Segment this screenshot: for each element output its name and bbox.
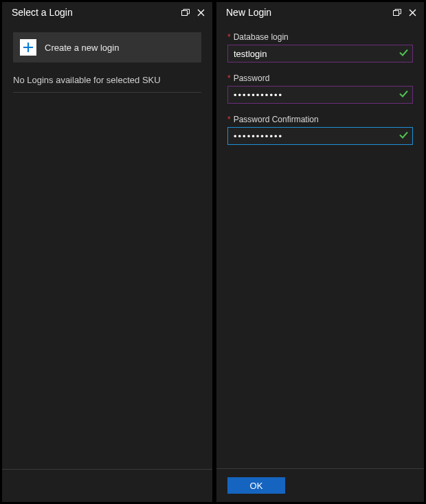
password-confirm-group: * Password Confirmation [227, 115, 413, 145]
ok-button[interactable]: OK [227, 477, 285, 494]
select-login-content: Create a new login No Logins available f… [2, 23, 212, 469]
password-confirm-input-wrap [227, 127, 413, 145]
create-new-login-label: Create a new login [45, 43, 119, 53]
check-icon [399, 49, 408, 59]
new-login-form: * Database login * Password [216, 23, 424, 468]
new-login-panel: New Login * Database login [216, 1, 425, 503]
new-login-titlebar: New Login [216, 2, 424, 23]
check-icon [399, 131, 408, 141]
required-marker: * [227, 32, 231, 42]
close-icon[interactable] [193, 5, 208, 20]
required-marker: * [227, 73, 231, 83]
password-input[interactable] [228, 87, 412, 103]
select-login-panel: Select a Login Create a new login No Log… [1, 1, 213, 503]
password-label: * Password [227, 73, 413, 83]
no-logins-message: No Logins available for selected SKU [13, 75, 201, 93]
close-icon[interactable] [405, 5, 420, 20]
plus-icon [20, 39, 36, 56]
create-new-login-button[interactable]: Create a new login [13, 32, 201, 62]
new-login-title: New Login [226, 7, 390, 18]
password-confirm-label: * Password Confirmation [227, 115, 413, 124]
check-icon [399, 90, 408, 100]
select-login-footer [2, 469, 212, 502]
select-login-titlebar: Select a Login [2, 2, 212, 23]
database-login-input[interactable] [228, 45, 412, 62]
database-login-input-wrap [227, 45, 413, 62]
password-group: * Password [227, 73, 413, 104]
svg-rect-1 [394, 11, 399, 16]
select-login-title: Select a Login [12, 7, 178, 18]
svg-rect-0 [182, 11, 188, 16]
password-input-wrap [227, 86, 413, 104]
password-confirm-input[interactable] [228, 128, 412, 144]
required-marker: * [227, 115, 231, 124]
new-login-footer: OK [216, 468, 424, 502]
restore-icon[interactable] [178, 5, 193, 20]
restore-icon[interactable] [390, 5, 405, 20]
database-login-group: * Database login [227, 32, 413, 62]
database-login-label: * Database login [227, 32, 413, 42]
